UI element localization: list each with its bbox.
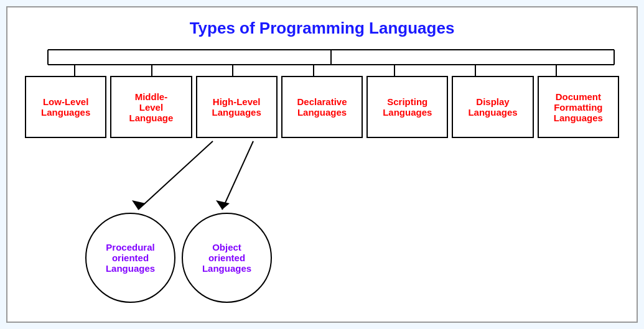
circle-object: ObjectorientedLanguages (182, 213, 272, 303)
boxes-row: Low-LevelLanguages Middle-LevelLanguage … (14, 76, 630, 138)
circles-row: ProceduralorientedLanguages Objectorient… (14, 213, 630, 303)
box-low-level: Low-LevelLanguages (25, 76, 106, 138)
box-middle-level: Middle-LevelLanguage (110, 76, 192, 138)
svg-marker-15 (216, 200, 230, 210)
svg-line-14 (222, 141, 253, 210)
box-scripting: ScriptingLanguages (366, 76, 448, 138)
svg-line-12 (138, 141, 213, 210)
svg-marker-13 (132, 200, 146, 210)
box-document-formatting: DocumentFormattingLanguages (538, 76, 619, 138)
box-high-level: High-LevelLanguages (196, 76, 278, 138)
diagram-container: Types of Programming Languages (6, 6, 638, 323)
box-display: DisplayLanguages (452, 76, 533, 138)
circle-procedural: ProceduralorientedLanguages (85, 213, 175, 303)
diagram-title: Types of Programming Languages (7, 7, 637, 44)
box-declarative: DeclarativeLanguages (281, 76, 363, 138)
